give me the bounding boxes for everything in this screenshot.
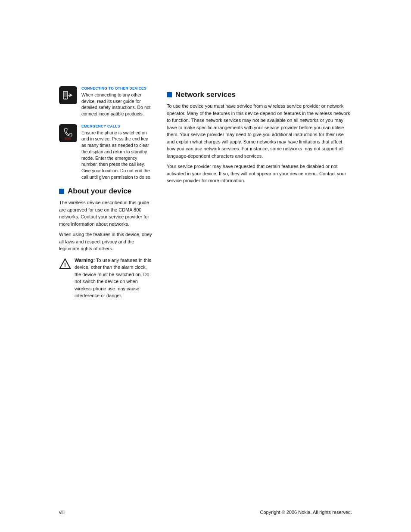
emergency-text: Ensure the phone is switched on and in s…: [81, 130, 154, 180]
about-device-para2: When using the features in this device, …: [59, 231, 154, 252]
network-services-blue-square: [167, 92, 172, 97]
content-area: CONNECTING TO OTHER DEVICES When connect…: [59, 86, 352, 299]
network-services-heading: Network services: [175, 90, 236, 99]
warning-icon: !: [59, 257, 71, 269]
warning-text: Warning: To use any features in this dev…: [75, 257, 154, 299]
connecting-icon: [59, 86, 77, 104]
footer: viii Copyright © 2006 Nokia. All rights …: [59, 501, 352, 532]
emergency-title: EMERGENCY CALLS: [81, 124, 154, 128]
network-services-para2: Your service provider may have requested…: [167, 163, 352, 184]
emergency-block: SOS EMERGENCY CALLS Ensure the phone is …: [59, 124, 154, 180]
emergency-icon: SOS: [59, 124, 77, 142]
about-device-heading-container: About your device: [59, 187, 154, 196]
svg-rect-0: [60, 87, 76, 103]
about-device-blue-square: [59, 189, 64, 194]
emergency-content: EMERGENCY CALLS Ensure the phone is swit…: [81, 124, 154, 180]
page: CONNECTING TO OTHER DEVICES When connect…: [0, 0, 411, 532]
network-services-heading-container: Network services: [167, 90, 352, 99]
connecting-content: CONNECTING TO OTHER DEVICES When connect…: [81, 86, 154, 117]
connecting-block: CONNECTING TO OTHER DEVICES When connect…: [59, 86, 154, 117]
warning-block: ! Warning: To use any features in this d…: [59, 257, 154, 299]
footer-page-number: viii: [59, 510, 65, 515]
about-device-heading: About your device: [68, 187, 131, 196]
svg-rect-3: [65, 98, 66, 99]
network-services-para1: To use the device you must have service …: [167, 103, 352, 159]
svg-text:SOS: SOS: [65, 137, 71, 140]
left-column: CONNECTING TO OTHER DEVICES When connect…: [59, 86, 154, 299]
svg-text:!: !: [64, 262, 66, 268]
footer-copyright: Copyright © 2006 Nokia. All rights reser…: [260, 510, 352, 515]
warning-label: Warning:: [75, 258, 95, 263]
svg-rect-2: [64, 92, 67, 97]
network-services-section: Network services To use the device you m…: [167, 90, 352, 184]
about-device-para1: The wireless device described in this gu…: [59, 199, 154, 227]
right-column: Network services To use the device you m…: [167, 86, 352, 299]
connecting-text: When connecting to any other device, rea…: [81, 92, 154, 117]
connecting-title: CONNECTING TO OTHER DEVICES: [81, 86, 154, 90]
warning-body: To use any features in this device, othe…: [75, 258, 151, 299]
about-device-section: About your device The wireless device de…: [59, 187, 154, 299]
